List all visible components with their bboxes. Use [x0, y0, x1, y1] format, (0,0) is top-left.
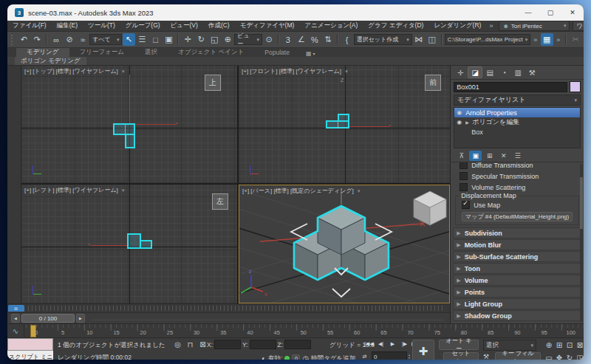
rollout-header[interactable]: ▶ Shadow Group	[453, 310, 581, 321]
select-and-place-icon[interactable]: ⊕	[222, 33, 234, 46]
use-map-checkbox[interactable]	[462, 201, 470, 209]
rollout-header[interactable]: ▶ Toon	[453, 263, 581, 274]
ribbon-overflow-dropdown[interactable]: ▦ ▾	[306, 50, 315, 57]
checkbox[interactable]	[460, 162, 468, 169]
rollout-header[interactable]: ▶ Motion Blur	[453, 239, 581, 250]
notification-badge[interactable]: 0	[292, 354, 300, 360]
named-selection-sets-dropdown[interactable]: 選択セット作成 ▾	[354, 34, 412, 45]
time-slider-handle[interactable]: 0 / 100	[21, 314, 75, 323]
rollout-header[interactable]: ▶ Points	[453, 286, 581, 298]
next-frame-arrow[interactable]: ▶	[76, 314, 85, 323]
auto-key-button[interactable]: オート キー	[439, 340, 479, 350]
ribbon-tab[interactable]: フリーフォーム	[69, 48, 135, 57]
x-coordinate-field[interactable]	[214, 340, 241, 349]
motion-tab-icon[interactable]: ◔	[497, 67, 510, 78]
macro-recorder-field[interactable]	[7, 338, 53, 351]
zoom-extents-all-icon[interactable]: ⊠	[575, 339, 584, 351]
rollout-header[interactable]: ▶ Volume	[453, 275, 581, 286]
utilities-tab-icon[interactable]: ⚒	[525, 67, 539, 78]
checkbox[interactable]	[460, 183, 468, 191]
percent-snap-icon[interactable]: %	[308, 33, 321, 46]
rectangular-region-icon[interactable]: □	[149, 33, 162, 46]
rollout-header[interactable]: ▶ Light Group	[453, 298, 581, 309]
viewport-label[interactable]: [+] [フロント] [標準] [ワイヤフレーム] ▼	[242, 67, 349, 75]
remove-modifier-icon[interactable]: ✕	[497, 151, 510, 161]
previous-frame-arrow[interactable]: ◀	[11, 314, 20, 323]
checkbox-row[interactable]: Volume Scattering	[451, 182, 584, 193]
previous-frame-icon[interactable]: ◀|	[375, 339, 386, 349]
modifier-stack-row[interactable]: ◉ ▶ ポリゴンを編集	[454, 117, 580, 127]
select-object-icon[interactable]: ↖	[123, 33, 135, 46]
select-and-rotate-icon[interactable]: ↻	[195, 33, 208, 46]
listener-field[interactable]: スクリプト ミニ リス	[7, 351, 53, 360]
window-crossing-icon[interactable]: ▣	[163, 33, 175, 46]
key-mode-toggle-icon[interactable]: ⇄	[359, 351, 370, 360]
toolbar-grip[interactable]	[11, 35, 15, 45]
checkbox-row[interactable]: Specular Transmission	[451, 171, 584, 182]
viewport-label[interactable]: [+] [レフト] [標準] [ワイヤフレーム] ▼	[24, 186, 126, 194]
use-map-row[interactable]: Use Map	[459, 200, 575, 211]
configure-modifier-sets-icon[interactable]: ☰	[511, 151, 524, 161]
current-frame-field[interactable]: 0	[372, 351, 407, 360]
box-object-top-view[interactable]	[125, 134, 135, 148]
menu-item[interactable]: グループ(G)	[120, 21, 165, 30]
set-key-button[interactable]: セット キー	[443, 352, 479, 360]
viewport-label[interactable]: [+] [トップ] [標準] [ワイヤフレーム] ▼	[24, 67, 126, 75]
checkbox[interactable]	[460, 172, 468, 180]
hierarchy-tab-icon[interactable]: ▤	[483, 67, 496, 78]
zoom-region-icon[interactable]: ▭	[544, 351, 554, 360]
go-to-start-icon[interactable]: |◀◀	[363, 339, 375, 349]
ribbon-tab[interactable]: オブジェクト ペイント	[168, 48, 254, 57]
pan-icon[interactable]: ✥	[554, 351, 564, 360]
track-bar-ruler[interactable]: 0510152025303540455055606570758085909510…	[24, 324, 584, 337]
menu-item[interactable]: 編集(E)	[52, 21, 83, 30]
select-by-name-icon[interactable]: ☰	[136, 33, 148, 46]
default-tangents-icon[interactable]: ⚒	[483, 353, 489, 360]
bind-to-spacewarp-icon[interactable]: ≈	[77, 33, 89, 46]
menu-item[interactable]: レンダリング(R)	[428, 21, 486, 30]
workspace-dropdown[interactable]: ワークスペース: 既定値 ▾	[573, 21, 584, 31]
time-slider[interactable]: ◀ 0 / 100 ▶	[7, 312, 450, 323]
edit-named-selection-sets-icon[interactable]: {	[341, 33, 353, 46]
zoom-all-icon[interactable]: ⊞	[554, 339, 564, 351]
show-end-result-icon[interactable]: ▣	[469, 151, 482, 161]
toolbar-overflow-icon[interactable]: »	[530, 36, 540, 44]
ribbon-tab[interactable]: 選択	[134, 48, 168, 57]
toolbar-overflow-icon[interactable]: »	[553, 36, 563, 44]
select-and-scale-icon[interactable]: ◱	[208, 33, 221, 46]
menu-item[interactable]: ファイル(F)	[7, 21, 52, 30]
viewport-filter-icon[interactable]: ▼	[344, 69, 349, 74]
viewcube[interactable]	[414, 191, 446, 225]
viewport-front[interactable]: [+] [フロント] [標準] [ワイヤフレーム] ▼ Z × 前	[239, 66, 450, 183]
create-tab-icon[interactable]: ✛	[454, 67, 467, 78]
panel-scrollbar-thumb[interactable]	[580, 177, 583, 229]
viewport-label[interactable]: [+] [パース] [標準] [既定のシェーディング] ▼	[242, 187, 361, 195]
menu-item[interactable]: グラフ エディタ(D)	[363, 21, 428, 30]
ribbon-tab[interactable]: Populate	[254, 48, 300, 57]
modifier-stack-row[interactable]: Box	[454, 127, 580, 137]
menu-item[interactable]: ビュー(V)	[165, 21, 203, 30]
project-folder-dropdown[interactable]: C:\Storage\P...dsMax Project ▾	[445, 34, 531, 45]
render-setup-icon[interactable]: ✂	[570, 33, 582, 46]
object-name-field[interactable]: Box001	[454, 82, 567, 92]
checkbox-row[interactable]: Diffuse Transmission	[451, 162, 584, 171]
maxscript-mini-listener[interactable]: スクリプト ミニ リス	[7, 338, 53, 360]
key-filters-button[interactable]: キー フィルタ...	[495, 352, 541, 360]
selection-lock-icon[interactable]: ⊓	[185, 340, 195, 349]
close-icon[interactable]: ✕	[561, 4, 584, 21]
reference-coordinate-dropdown[interactable]: ビュー ▾	[234, 34, 262, 45]
mini-curve-editor-icon[interactable]: ∿	[7, 324, 24, 337]
modifier-stack-row[interactable]: ◉ Arnold Properties	[454, 108, 580, 117]
menu-item[interactable]: モディファイヤ(M)	[235, 21, 300, 30]
minimize-icon[interactable]: —	[517, 4, 539, 21]
maximize-icon[interactable]: ▢	[539, 4, 561, 21]
menu-item[interactable]: アニメーション(A)	[299, 21, 363, 30]
zoom-extents-icon[interactable]: ⊡	[564, 339, 575, 351]
clock-icon[interactable]: ◷	[302, 354, 309, 360]
rollout-header[interactable]: ▶ Sub-Surface Scattering	[453, 251, 581, 262]
spinner-snap-icon[interactable]: ⇅	[321, 33, 334, 46]
make-unique-icon[interactable]: ⊞	[483, 151, 496, 161]
viewport-filter-icon[interactable]: ▼	[121, 188, 126, 193]
viewport-perspective[interactable]: [+] [パース] [標準] [既定のシェーディング] ▼	[239, 185, 450, 303]
next-frame-icon[interactable]: |▶	[399, 339, 410, 349]
